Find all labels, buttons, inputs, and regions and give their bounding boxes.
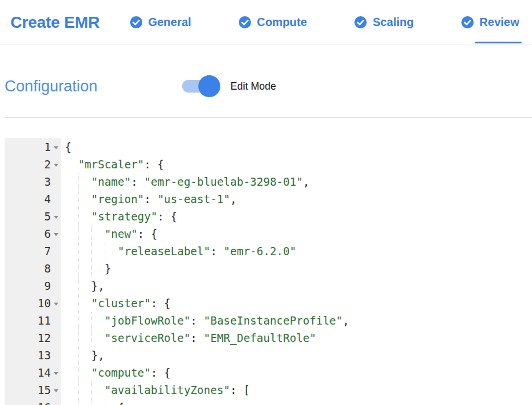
tab-label: Scaling xyxy=(372,16,413,29)
wizard-steps: GeneralComputeScalingReview xyxy=(130,0,519,45)
line-number: 5 xyxy=(45,210,51,223)
json-punct-token: : xyxy=(210,245,224,257)
check-circle-icon xyxy=(238,16,252,29)
code-line: { xyxy=(65,138,532,156)
code-line: }, xyxy=(65,347,532,364)
code-line: "compute": { xyxy=(65,364,532,381)
indent-guide xyxy=(78,208,79,225)
gutter-row: 2 xyxy=(5,156,61,173)
json-punct-token: , xyxy=(342,314,349,327)
fold-spacer xyxy=(51,312,61,329)
tab-review[interactable]: Review xyxy=(461,0,519,45)
fold-toggle-icon[interactable] xyxy=(51,208,61,225)
edit-mode-toggle[interactable] xyxy=(182,80,216,93)
indent-guide xyxy=(78,260,79,277)
page-title: Create EMR xyxy=(10,13,99,32)
tab-label: Compute xyxy=(257,16,307,29)
tab-general[interactable]: General xyxy=(130,0,191,45)
editor-gutter: 12345678910111213141516 xyxy=(5,138,61,405)
json-string-token: "name" xyxy=(91,175,131,188)
json-string-token: "serviceRole" xyxy=(105,332,191,344)
json-string-token: "region" xyxy=(91,193,145,205)
chevron-down-icon xyxy=(54,303,58,305)
code-line: "name": "emr-eg-bluelab-3298-01", xyxy=(65,173,532,190)
json-punct-token: : xyxy=(131,175,144,188)
gutter-row: 6 xyxy=(5,225,61,242)
gutter-row: 1 xyxy=(5,138,61,156)
line-number: 15 xyxy=(38,384,51,396)
json-punct-token: : { xyxy=(151,297,171,310)
wizard-header: Create EMR GeneralComputeScalingReview xyxy=(0,0,532,45)
indent-guide xyxy=(78,277,79,294)
json-punct-token: : { xyxy=(144,158,164,171)
line-number: 8 xyxy=(45,262,51,275)
json-string-token: "mrScaler" xyxy=(78,158,144,171)
indent-guide xyxy=(78,173,79,190)
indent-guide xyxy=(78,329,79,347)
json-string-token: "strategy" xyxy=(91,210,157,223)
tab-scaling[interactable]: Scaling xyxy=(354,0,413,45)
json-string-token: "us-east-1" xyxy=(157,193,230,205)
fold-toggle-icon[interactable] xyxy=(51,381,61,399)
json-punct-token xyxy=(65,384,105,396)
code-line: "serviceRole": "EMR_DefaultRole" xyxy=(65,329,532,347)
indent-guide xyxy=(91,312,92,329)
indent-guide xyxy=(91,399,92,405)
tab-label: Review xyxy=(479,16,519,29)
json-string-token: "compute" xyxy=(91,366,151,379)
chevron-down-icon xyxy=(54,389,58,392)
code-line: "region": "us-east-1", xyxy=(65,190,532,208)
code-line: }, xyxy=(65,277,532,294)
fold-spacer xyxy=(51,173,61,190)
json-string-token: "emr-eg-bluelab-3298-01" xyxy=(144,175,303,188)
code-line: "releaseLabel": "emr-6.2.0" xyxy=(65,242,532,260)
json-string-token: "jobFlowRole" xyxy=(105,314,191,327)
json-punct-token xyxy=(65,158,78,171)
edit-mode-label: Edit Mode xyxy=(231,80,276,93)
fold-toggle-icon[interactable] xyxy=(51,225,61,242)
gutter-row: 4 xyxy=(5,190,61,208)
json-punct-token: { xyxy=(65,141,71,153)
json-punct-token: : xyxy=(144,193,157,205)
json-punct-token: } xyxy=(65,262,111,275)
configuration-section: Configuration Edit Mode xyxy=(5,73,532,100)
code-line: "jobFlowRole": "BaseInstanceProfile", xyxy=(65,312,532,329)
fold-toggle-icon[interactable] xyxy=(51,399,61,405)
indent-guide xyxy=(91,329,92,347)
json-punct-token: }, xyxy=(65,279,105,292)
line-number: 2 xyxy=(45,158,51,171)
chevron-down-icon xyxy=(54,164,58,167)
gutter-row: 15 xyxy=(5,381,61,399)
tab-label: General xyxy=(148,16,191,29)
fold-toggle-icon[interactable] xyxy=(51,294,61,312)
json-string-token: "releaseLabel" xyxy=(118,245,210,257)
indent-guide xyxy=(78,225,79,242)
gutter-row: 13 xyxy=(5,347,61,364)
editor-content[interactable]: { "mrScaler": { "name": "emr-eg-bluelab-… xyxy=(61,138,532,405)
line-number: 4 xyxy=(45,193,51,205)
fold-toggle-icon[interactable] xyxy=(51,364,61,381)
line-number: 6 xyxy=(45,227,51,240)
json-string-token: "emr-6.2.0" xyxy=(224,245,297,257)
json-punct-token: }, xyxy=(65,349,105,362)
fold-toggle-icon[interactable] xyxy=(51,156,61,173)
fold-spacer xyxy=(51,329,61,347)
indent-guide xyxy=(78,364,79,381)
gutter-row: 7 xyxy=(5,242,61,260)
json-editor[interactable]: 12345678910111213141516 { "mrScaler": { … xyxy=(5,138,532,405)
json-string-token: "availabilityZones" xyxy=(105,384,230,396)
gutter-row: 10 xyxy=(5,294,61,312)
line-number: 13 xyxy=(38,349,51,362)
fold-spacer xyxy=(51,242,61,260)
json-string-token: "EMR_DefaultRole" xyxy=(204,332,316,344)
json-punct-token: : { xyxy=(138,227,157,240)
tab-compute[interactable]: Compute xyxy=(238,0,307,45)
fold-spacer xyxy=(51,190,61,208)
indent-guide xyxy=(91,260,92,277)
check-circle-icon xyxy=(130,16,143,29)
indent-guide xyxy=(78,242,79,260)
code-line: "cluster": { xyxy=(65,294,532,312)
fold-toggle-icon[interactable] xyxy=(51,138,61,156)
json-punct-token xyxy=(65,332,105,344)
indent-guide xyxy=(78,294,79,312)
